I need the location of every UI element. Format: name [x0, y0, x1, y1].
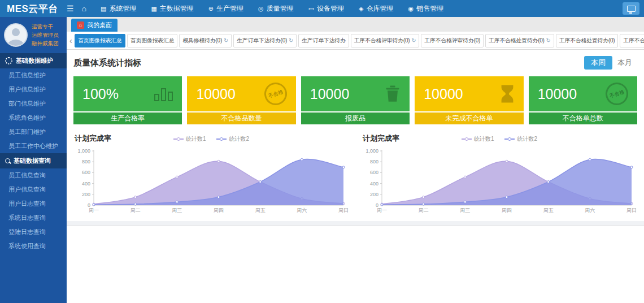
- card-value: 10000: [424, 86, 463, 102]
- period-week-button[interactable]: 本周: [584, 56, 612, 70]
- nav-item-warehouse[interactable]: ◈ 仓库管理: [351, 0, 401, 17]
- brand-logo: MES云平台: [0, 2, 66, 15]
- tab-nc-review-todo[interactable]: 工序不合格评审待办(0) ↻: [351, 34, 420, 47]
- refresh-icon[interactable]: ↻: [224, 37, 228, 44]
- screen-icon: [627, 6, 636, 12]
- page-tab-label: 我的桌面: [87, 21, 112, 29]
- series1-marker: [462, 138, 472, 140]
- tab-my-desktop[interactable]: ⌂ 我的桌面: [71, 19, 118, 32]
- sidebar-section-maintenance[interactable]: 基础数据维护: [0, 53, 67, 68]
- user-role: 运营专干: [32, 22, 59, 31]
- tab-nc-review-todo-2[interactable]: 工序不合格评审待办(0): [421, 34, 484, 47]
- quality-icon: ◎: [258, 5, 264, 12]
- svg-text:周五: 周五: [543, 207, 554, 213]
- card-defect-count: 10000 不合格 不合格品数量: [187, 76, 295, 124]
- svg-text:200: 200: [82, 192, 90, 197]
- tab-report-summary-2[interactable]: 首页图像报表汇总: [127, 34, 178, 47]
- card-top: 100%: [73, 76, 182, 111]
- nav-item-masterdata[interactable]: ▦ 主数据管理: [143, 0, 201, 17]
- home-icon: ⌂: [77, 21, 84, 29]
- sidebar-item-employee-query[interactable]: 员工信息查询: [0, 168, 67, 183]
- svg-text:1,000: 1,000: [77, 148, 90, 154]
- svg-text:400: 400: [82, 181, 90, 187]
- card-scrap: 10000 报废品: [301, 76, 410, 124]
- nav-item-label: 质量管理: [267, 4, 294, 14]
- period-month-button[interactable]: 本月: [612, 56, 637, 70]
- tag-icon: ◉: [408, 5, 414, 12]
- sidebar-item-usage-query[interactable]: 系统使用查询: [0, 239, 67, 253]
- legend-item-series1[interactable]: 统计数1: [173, 135, 206, 143]
- card-top: 10000: [301, 76, 410, 111]
- card-value: 10000: [538, 86, 577, 102]
- card-total-nc: 10000 不合格 不合格单总数: [529, 76, 637, 124]
- nav-item-production[interactable]: ⊕ 生产管理: [201, 0, 251, 17]
- card-top: 10000 不合格: [529, 76, 637, 111]
- sidebar-item-syslog-query[interactable]: 系统日志查询: [0, 211, 67, 225]
- user-profile[interactable]: 运营专干 运维管理员 融神威集团: [0, 17, 67, 53]
- tab-label: 工序不合格处置待办(0): [559, 37, 615, 45]
- sidebar-item-role-maintain[interactable]: 系统角色维护: [0, 111, 67, 125]
- section-title: 基础数据维护: [16, 57, 53, 65]
- svg-text:周五: 周五: [255, 207, 266, 213]
- sidebar-item-dept-maintain[interactable]: 部门信息维护: [0, 97, 67, 111]
- sidebar-item-workcenter-maintain[interactable]: 员工工作中心维护: [0, 139, 67, 153]
- plan-completion-chart-right: 计划完成率 统计数1 统计数2 02004006008001,000周一周二周三…: [362, 133, 637, 214]
- nav-item-equipment[interactable]: ▭ 设备管理: [301, 0, 351, 17]
- svg-text:周六: 周六: [585, 207, 595, 213]
- nav-item-label: 仓库管理: [367, 4, 394, 14]
- sidebar-section-query[interactable]: 基础数据查询: [0, 153, 67, 168]
- screen-button[interactable]: [623, 2, 639, 15]
- legend-label: 统计数1: [474, 135, 494, 143]
- chart-legend: 统计数1 统计数2: [73, 135, 349, 143]
- warehouse-icon: ◈: [359, 5, 363, 12]
- svg-text:周六: 周六: [297, 207, 307, 213]
- card-value: 10000: [310, 86, 350, 102]
- tab-nc-disposal-todo[interactable]: 工序不合格处置待办(0) ↻: [485, 34, 554, 47]
- legend-item-series2[interactable]: 统计数2: [504, 135, 537, 143]
- search-icon: [5, 158, 10, 163]
- refresh-icon[interactable]: ↻: [546, 37, 551, 44]
- tab-nc-recheck-todo[interactable]: 工序不合格复检待办(0) ↻: [620, 34, 644, 47]
- user-info: 运营专干 运维管理员 融神威集团: [32, 22, 59, 48]
- sidebar-item-userlog-query[interactable]: 用户日志查询: [0, 197, 67, 211]
- tab-order-release-todo[interactable]: 生产订单下达待办(0) ↻: [233, 34, 297, 47]
- database-icon: ▦: [151, 5, 156, 12]
- sidebar-item-user-maintain[interactable]: 用户信息维护: [0, 83, 67, 97]
- svg-text:周二: 周二: [130, 207, 141, 213]
- nav-item-system[interactable]: ▤ 系统管理: [93, 0, 143, 17]
- tab-order-release-todo-2[interactable]: 生产订单下达待办: [298, 34, 349, 47]
- nav-item-sales[interactable]: ◉ 销售管理: [401, 0, 451, 17]
- card-label: 报废品: [301, 112, 410, 124]
- tab-label: 模具修模待办(0): [182, 37, 222, 45]
- tabs-scroll-left[interactable]: ‹: [68, 36, 74, 45]
- main-content: ⌂ 我的桌面 ‹ 首页图像报表汇总 首页图像报表汇总 模具修模待办(0) ↻ 生…: [67, 17, 644, 303]
- tab-label: 工序不合格处置待办(0): [489, 37, 545, 45]
- svg-text:周四: 周四: [214, 207, 224, 213]
- sidebar-item-employee-maintain[interactable]: 员工信息维护: [0, 68, 67, 83]
- hourglass-icon: [500, 85, 515, 103]
- tab-nc-disposal-todo-2[interactable]: 工序不合格处置待办(0): [556, 34, 619, 47]
- top-navbar: MES云平台 ☰ ⌂ ▤ 系统管理 ▦ 主数据管理 ⊕ 生产管理 ◎ 质量管理 …: [0, 0, 644, 17]
- tab-report-summary[interactable]: 首页图像报表汇总: [75, 34, 125, 47]
- area-chart: 02004006008001,000周一周二周三周四周五周六周日: [362, 146, 637, 214]
- quality-stats-panel: 质量体系统计指标 本周 本月 100% 生产合格率 10000 不合格 不合格品…: [67, 50, 644, 221]
- home-icon[interactable]: ⌂: [82, 4, 86, 13]
- sidebar-item-loginlog-query[interactable]: 登陆日志查询: [0, 225, 67, 239]
- card-pass-rate: 100% 生产合格率: [73, 76, 182, 124]
- tab-label: 首页图像报表汇总: [130, 37, 175, 45]
- svg-text:200: 200: [370, 192, 378, 197]
- legend-item-series1[interactable]: 统计数1: [462, 135, 494, 143]
- card-value: 10000: [196, 86, 236, 102]
- panel-header: 质量体系统计指标 本周 本月: [73, 55, 637, 70]
- area-chart: 02004006008001,000周一周二周三周四周五周六周日: [73, 146, 349, 214]
- nav-item-quality[interactable]: ◎ 质量管理: [251, 0, 301, 17]
- legend-label: 统计数2: [229, 135, 249, 143]
- tab-mold-repair-todo[interactable]: 模具修模待办(0) ↻: [179, 34, 232, 47]
- hamburger-icon[interactable]: ☰: [67, 4, 74, 13]
- legend-item-series2[interactable]: 统计数2: [216, 135, 249, 143]
- sidebar-item-empdept-maintain[interactable]: 员工部门维护: [0, 125, 67, 139]
- refresh-icon[interactable]: ↻: [411, 37, 416, 44]
- refresh-icon[interactable]: ↻: [289, 37, 293, 44]
- svg-text:周一: 周一: [89, 207, 99, 213]
- sidebar-item-user-query[interactable]: 用户信息查询: [0, 183, 67, 197]
